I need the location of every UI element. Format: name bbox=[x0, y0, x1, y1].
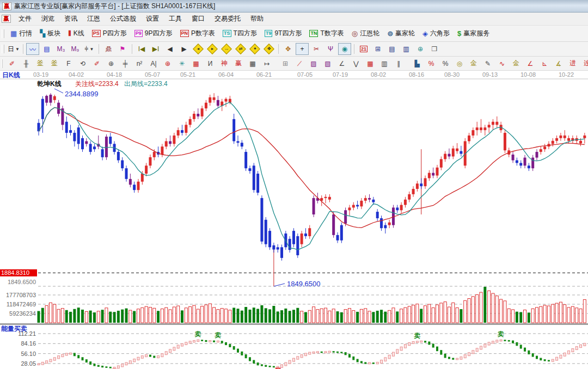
pan-hand-icon[interactable]: ✥ bbox=[281, 43, 295, 55]
calendar-icon[interactable]: 21 bbox=[357, 43, 370, 55]
p-square-button[interactable]: PSP四方形 bbox=[88, 27, 131, 40]
grid-123-icon[interactable]: ▦ bbox=[246, 58, 259, 70]
titlebar[interactable]: 赢 赢家江恩专业版[赢家内部服务平台] - [上证指数 SH1A0001-167… bbox=[0, 0, 588, 13]
shen-icon[interactable]: 神 bbox=[218, 58, 231, 70]
menu-item-文件[interactable]: 文件 bbox=[14, 13, 36, 24]
go-last-icon[interactable]: ▶I bbox=[149, 43, 162, 55]
chart3-icon[interactable]: M₃ bbox=[54, 43, 68, 55]
chart9-icon[interactable]: M₉ bbox=[69, 43, 82, 55]
remote-service-icon[interactable]: ❒ bbox=[428, 43, 441, 55]
volume-bar bbox=[129, 310, 132, 323]
quotes-button[interactable]: ▦行情 bbox=[7, 27, 36, 40]
draw-pen-icon[interactable]: ✐ bbox=[5, 58, 19, 70]
menu-item-工具[interactable]: 工具 bbox=[164, 13, 187, 24]
pct-strike-icon[interactable]: % bbox=[425, 58, 438, 70]
gann-brain-icon[interactable]: ◉ bbox=[338, 43, 351, 55]
t9-square-button[interactable]: T99T四方形 bbox=[261, 27, 306, 40]
frame-icon[interactable]: ⊞ bbox=[279, 58, 292, 70]
save-icon[interactable]: ▥ bbox=[400, 43, 413, 55]
h-span-icon[interactable]: ↦ bbox=[260, 58, 273, 70]
psi-tool-icon[interactable]: Ψ bbox=[324, 43, 337, 55]
cycle-circle-icon[interactable]: ⊕ bbox=[105, 58, 118, 70]
grid-ticks-icon[interactable]: ╫ bbox=[20, 58, 33, 70]
brush-red-icon[interactable]: ✐ bbox=[90, 58, 103, 70]
calculator-icon[interactable]: ⊞ bbox=[371, 43, 384, 55]
check-lines-icon[interactable]: ⋁ bbox=[350, 58, 363, 70]
red-grid-icon[interactable]: ▦ bbox=[189, 58, 203, 70]
erase-line-icon[interactable]: ✂ bbox=[310, 43, 323, 55]
fork-icon[interactable]: И bbox=[204, 58, 217, 70]
flag-chart-icon[interactable]: ⚑ bbox=[116, 43, 129, 55]
gann-wheel-button[interactable]: ◎江恩轮 bbox=[348, 27, 383, 40]
winner-service-button[interactable]: $赢家服务 bbox=[454, 27, 493, 40]
gann-gold2-icon[interactable]: 釜 bbox=[48, 58, 61, 70]
gann-gold-icon[interactable]: 釜 bbox=[34, 58, 47, 70]
crosshair-icon[interactable]: + bbox=[296, 43, 309, 55]
pattern-icon[interactable]: 〰 bbox=[26, 43, 39, 55]
angle2-icon[interactable]: ∠ bbox=[524, 58, 537, 70]
box-shade-icon[interactable]: ▧ bbox=[321, 58, 334, 70]
mirror-icon[interactable]: A| bbox=[147, 58, 160, 70]
f-ruler-icon[interactable]: F bbox=[62, 58, 75, 70]
info-panel-icon[interactable]: ▤ bbox=[40, 43, 53, 55]
send-web-icon[interactable]: ⊕ bbox=[414, 43, 427, 55]
wave-icon[interactable]: ∿ bbox=[495, 58, 509, 70]
prev-bar-icon[interactable]: ◀ bbox=[163, 43, 176, 55]
star-grid-icon[interactable]: ✳ bbox=[175, 58, 188, 70]
gold-angle-icon[interactable]: ∡ bbox=[552, 58, 565, 70]
menu-item-资讯[interactable]: 资讯 bbox=[59, 13, 82, 24]
angle-lines-icon[interactable]: ∠ bbox=[335, 58, 348, 70]
candle-body bbox=[213, 97, 216, 100]
box-purple-icon: ▨ bbox=[310, 60, 316, 67]
go-first-icon[interactable]: I◀ bbox=[135, 43, 148, 55]
zoom-left-diamond-icon[interactable]: ◂ bbox=[192, 43, 205, 55]
chart-canvas[interactable]: 03-1904-0204-1805-0705-2106-0406-2107-05… bbox=[0, 71, 588, 369]
menu-item-江恩[interactable]: 江恩 bbox=[82, 13, 105, 24]
star-diamond-icon[interactable]: ✦ bbox=[248, 43, 261, 55]
percent-icon[interactable]: % bbox=[439, 58, 452, 70]
slashes-icon[interactable]: ∥ bbox=[392, 58, 405, 70]
rays-icon[interactable]: ⟋ bbox=[293, 58, 306, 70]
spiral-icon[interactable]: ⟲ bbox=[76, 58, 89, 70]
winner-wheel-button[interactable]: ⊚赢家轮 bbox=[383, 27, 419, 40]
next-bar-icon[interactable]: ▶ bbox=[177, 43, 191, 55]
jin-icon[interactable]: 进 bbox=[566, 58, 579, 70]
p9-square-button[interactable]: P99P四方形 bbox=[131, 27, 176, 40]
target-icon[interactable]: ⊕ bbox=[161, 58, 174, 70]
t-number-table-button[interactable]: TNT数字表 bbox=[305, 27, 347, 40]
grid-red2-icon[interactable]: ▦ bbox=[364, 58, 377, 70]
ying-grid-icon[interactable]: 赢 bbox=[232, 58, 245, 70]
menu-item-帮助[interactable]: 帮助 bbox=[246, 13, 268, 24]
notes-icon[interactable]: ▤ bbox=[385, 43, 399, 55]
period-day-selector[interactable]: 日▼ bbox=[7, 43, 20, 55]
f-angle-icon[interactable]: ⊾ bbox=[538, 58, 551, 70]
n2-icon[interactable]: n² bbox=[133, 58, 146, 70]
hexagon-button[interactable]: ◈六角形 bbox=[419, 27, 454, 40]
expand-h-diamond-icon[interactable]: ↔ bbox=[220, 43, 233, 55]
pen-small-icon[interactable]: ✎ bbox=[481, 58, 494, 70]
p-number-table-button[interactable]: PNP数字表 bbox=[176, 27, 219, 40]
gold2-text-icon[interactable]: 金 bbox=[510, 58, 523, 70]
menu-item-浏览[interactable]: 浏览 bbox=[36, 13, 59, 24]
kline-button[interactable]: ⫴K线 bbox=[64, 27, 88, 40]
lian-icon[interactable]: 连 bbox=[580, 58, 588, 70]
menu-item-交易委托[interactable]: 交易委托 bbox=[210, 13, 246, 24]
grid-dark-icon[interactable]: ▥ bbox=[378, 58, 391, 70]
t-square-button[interactable]: TST四方形 bbox=[219, 27, 261, 40]
gold-ring-icon[interactable]: ◎ bbox=[453, 58, 466, 70]
menu-item-设置[interactable]: 设置 bbox=[141, 13, 164, 24]
zoom-right-diamond-icon[interactable]: ▸ bbox=[206, 43, 219, 55]
ruler2-icon[interactable]: ╪ bbox=[119, 58, 132, 70]
ding-icon[interactable]: 鼎 bbox=[102, 43, 115, 55]
sectors-button[interactable]: ▚板块 bbox=[36, 27, 64, 40]
menu-item-公式选股[interactable]: 公式选股 bbox=[105, 13, 141, 24]
expand-all-diamond-icon[interactable]: ✥ bbox=[262, 43, 275, 55]
gold-text-icon[interactable]: 金 bbox=[467, 58, 480, 70]
menu-item-窗口[interactable]: 窗口 bbox=[187, 13, 210, 24]
volume-bar bbox=[268, 309, 271, 323]
box-purple-icon[interactable]: ▨ bbox=[307, 58, 320, 70]
compress-diamond-icon[interactable]: ⇄ bbox=[234, 43, 247, 55]
volume-bar bbox=[137, 309, 140, 323]
levels-icon[interactable]: ▙ bbox=[411, 58, 424, 70]
candle-style-selector[interactable]: ⫩▼ bbox=[83, 43, 96, 55]
